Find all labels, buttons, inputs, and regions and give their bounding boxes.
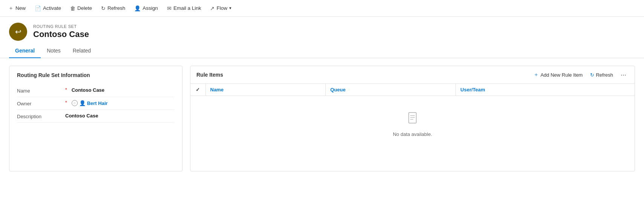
add-new-rule-item-button[interactable]: ＋ Add New Rule Item bbox=[531, 70, 585, 80]
assign-label: Assign bbox=[143, 5, 158, 11]
flow-label: Flow bbox=[216, 5, 227, 11]
main-content: Routing Rule Set Information Name * Cont… bbox=[0, 58, 644, 179]
activate-button[interactable]: 📄 Activate bbox=[31, 3, 65, 13]
tab-general[interactable]: General bbox=[9, 44, 41, 58]
new-button[interactable]: ＋ New bbox=[5, 3, 29, 14]
flow-button[interactable]: ↗ Flow ▾ bbox=[206, 3, 235, 13]
email-link-label: Email a Link bbox=[173, 5, 201, 11]
field-label-description: Description bbox=[17, 113, 62, 119]
tab-related[interactable]: Related bbox=[67, 44, 97, 58]
owner-field-value: ○ 👤 Bert Hair bbox=[72, 100, 175, 106]
refresh-label: Refresh bbox=[107, 5, 125, 11]
more-options-button[interactable]: ··· bbox=[618, 70, 629, 80]
owner-required-star: * bbox=[65, 100, 67, 105]
svg-rect-0 bbox=[409, 113, 416, 123]
delete-icon: 🗑 bbox=[70, 5, 75, 11]
field-value-name: Contoso Case bbox=[72, 87, 175, 93]
record-title-area: ROUTING RULE SET Contoso Case bbox=[33, 24, 89, 39]
record-subtitle: ROUTING RULE SET bbox=[33, 24, 89, 29]
owner-name-link[interactable]: Bert Hair bbox=[87, 100, 108, 106]
flow-icon: ↗ bbox=[210, 5, 215, 11]
name-required-star: * bbox=[65, 87, 67, 93]
record-title: Contoso Case bbox=[33, 29, 89, 39]
col-header-check: ✓ bbox=[190, 84, 205, 96]
empty-document-icon bbox=[406, 111, 419, 128]
email-link-button[interactable]: ✉ Email a Link bbox=[163, 3, 205, 13]
empty-state-row: No data available. bbox=[190, 96, 635, 153]
avatar: ↩ bbox=[9, 23, 27, 41]
assign-icon: 👤 bbox=[134, 5, 141, 11]
rule-items-table: ✓ Name Queue User/Team bbox=[190, 84, 635, 152]
col-header-userteam: User/Team bbox=[456, 84, 635, 96]
record-header: ↩ ROUTING RULE SET Contoso Case bbox=[0, 17, 644, 44]
owner-person-icon: 👤 bbox=[79, 100, 86, 106]
col-header-name: Name bbox=[205, 84, 325, 96]
empty-state-cell: No data available. bbox=[190, 96, 635, 153]
left-panel: Routing Rule Set Information Name * Cont… bbox=[9, 66, 182, 171]
add-rule-icon: ＋ bbox=[534, 71, 539, 78]
new-label: New bbox=[15, 5, 26, 11]
col-header-queue: Queue bbox=[325, 84, 455, 96]
activate-label: Activate bbox=[43, 5, 61, 11]
empty-state: No data available. bbox=[190, 96, 635, 152]
owner-circle-icon: ○ bbox=[72, 100, 78, 106]
field-label-owner: Owner bbox=[17, 100, 62, 106]
table-header-row: ✓ Name Queue User/Team bbox=[190, 84, 635, 96]
rule-refresh-label: Refresh bbox=[596, 72, 613, 78]
rule-items-title: Rule Items bbox=[196, 72, 528, 78]
rule-refresh-icon: ↻ bbox=[590, 72, 594, 78]
tabs-bar: General Notes Related bbox=[0, 44, 644, 58]
delete-button[interactable]: 🗑 Delete bbox=[66, 3, 96, 13]
right-panel: Rule Items ＋ Add New Rule Item ↻ Refresh… bbox=[190, 66, 635, 171]
refresh-icon: ↻ bbox=[101, 5, 106, 11]
rule-items-refresh-button[interactable]: ↻ Refresh bbox=[588, 71, 615, 79]
tab-notes[interactable]: Notes bbox=[41, 44, 67, 58]
field-value-description: Contoso Case bbox=[65, 113, 175, 119]
refresh-button[interactable]: ↻ Refresh bbox=[97, 3, 129, 13]
add-rule-label: Add New Rule Item bbox=[540, 72, 583, 78]
field-row-description: Description Contoso Case bbox=[17, 110, 175, 123]
empty-text: No data available. bbox=[393, 131, 432, 137]
assign-button[interactable]: 👤 Assign bbox=[130, 3, 162, 13]
toolbar: ＋ New 📄 Activate 🗑 Delete ↻ Refresh 👤 As… bbox=[0, 0, 644, 17]
avatar-icon: ↩ bbox=[15, 27, 21, 36]
activate-icon: 📄 bbox=[35, 5, 41, 11]
field-label-name: Name bbox=[17, 87, 62, 94]
delete-label: Delete bbox=[77, 5, 92, 11]
flow-chevron-icon: ▾ bbox=[229, 6, 232, 11]
left-panel-title: Routing Rule Set Information bbox=[17, 72, 175, 78]
new-icon: ＋ bbox=[8, 5, 14, 12]
email-icon: ✉ bbox=[167, 5, 172, 11]
rule-items-header: Rule Items ＋ Add New Rule Item ↻ Refresh… bbox=[190, 66, 635, 84]
field-row-name: Name * Contoso Case bbox=[17, 84, 175, 97]
field-row-owner: Owner * ○ 👤 Bert Hair bbox=[17, 97, 175, 110]
